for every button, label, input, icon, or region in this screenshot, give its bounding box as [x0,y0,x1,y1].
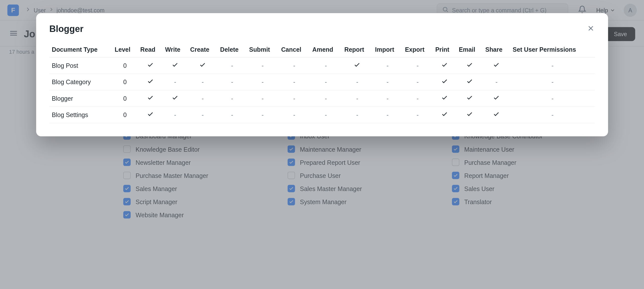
permission-cell: - [188,90,218,106]
permission-cell [433,90,456,106]
permission-cell: - [247,58,279,74]
permission-cell: - [342,107,372,123]
permission-cell: - [483,74,510,90]
permission-cell: - [188,74,218,90]
permission-cell: - [372,74,402,90]
permission-cell: - [510,58,595,74]
doc-type-cell: Blogger [49,90,112,106]
column-header: Import [372,42,402,57]
column-header: Export [402,42,433,57]
table-row: Blog Settings0---------- [49,107,595,123]
permission-cell: - [372,90,402,106]
table-row: Blog Category0----------- [49,74,595,90]
permission-cell: - [402,107,433,123]
permission-cell [188,58,218,74]
column-header: Cancel [279,42,310,57]
column-header: Email [456,42,483,57]
column-header: Level [112,42,138,57]
permission-cell [456,107,483,123]
level-cell: 0 [112,90,138,106]
column-header: Read [138,42,162,57]
permission-cell [483,58,510,74]
close-icon[interactable] [586,24,595,34]
column-header: Create [188,42,218,57]
permission-cell: - [218,74,246,90]
permission-cell [483,107,510,123]
permission-cell [456,90,483,106]
permission-cell: - [279,74,310,90]
column-header: Set User Permissions [510,42,595,57]
permission-cell [433,74,456,90]
permission-cell: - [510,74,595,90]
modal-title: Blogger [49,24,84,34]
permission-cell: - [279,58,310,74]
permission-cell: - [510,90,595,106]
permission-cell: - [162,107,188,123]
column-header: Report [342,42,372,57]
table-row: Blogger0--------- [49,90,595,106]
permission-cell: - [218,58,246,74]
level-cell: 0 [112,58,138,74]
permission-cell [138,107,162,123]
permission-cell [433,58,456,74]
permission-cell: - [402,58,433,74]
permissions-table: Document TypeLevelReadWriteCreateDeleteS… [49,42,595,123]
column-header: Submit [247,42,279,57]
doc-type-cell: Blog Settings [49,107,112,123]
permission-cell [483,90,510,106]
table-row: Blog Post0------- [49,58,595,74]
level-cell: 0 [112,107,138,123]
permission-cell: - [247,74,279,90]
column-header: Document Type [49,42,112,57]
permission-cell: - [310,107,342,123]
permission-cell [456,58,483,74]
permission-cell: - [247,90,279,106]
doc-type-cell: Blog Category [49,74,112,90]
column-header: Share [483,42,510,57]
permission-cell [138,74,162,90]
permissions-modal: Blogger Document TypeLevelReadWriteCreat… [36,13,608,136]
permission-cell [456,74,483,90]
permission-cell: - [372,58,402,74]
level-cell: 0 [112,74,138,90]
permission-cell [433,107,456,123]
permission-cell: - [342,74,372,90]
permission-cell: - [310,90,342,106]
permission-cell: - [402,90,433,106]
column-header: Amend [310,42,342,57]
permission-cell: - [310,74,342,90]
permission-cell: - [279,107,310,123]
permission-cell: - [218,90,246,106]
permission-cell: - [372,107,402,123]
permission-cell [342,58,372,74]
permission-cell: - [188,107,218,123]
permission-cell [138,90,162,106]
permission-cell: - [247,107,279,123]
permission-cell: - [279,90,310,106]
permission-cell [162,58,188,74]
column-header: Print [433,42,456,57]
column-header: Write [162,42,188,57]
doc-type-cell: Blog Post [49,58,112,74]
permission-cell: - [342,90,372,106]
permission-cell: - [510,107,595,123]
permission-cell: - [162,74,188,90]
column-header: Delete [218,42,246,57]
permission-cell [162,90,188,106]
permission-cell [138,58,162,74]
permission-cell: - [218,107,246,123]
permission-cell: - [402,74,433,90]
permission-cell: - [310,58,342,74]
